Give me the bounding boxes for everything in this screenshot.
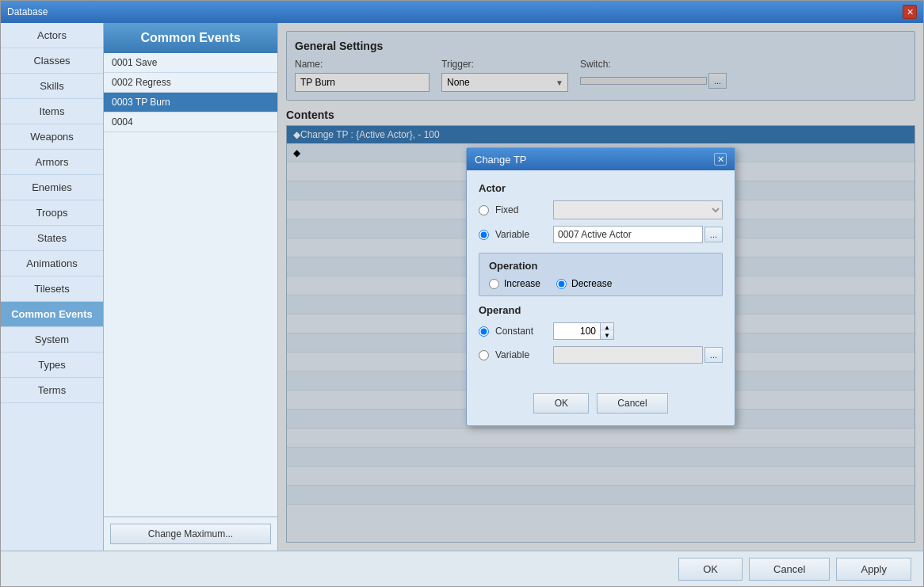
- sidebar-item-troops[interactable]: Troops: [1, 200, 103, 226]
- window-close-button[interactable]: ✕: [903, 5, 917, 19]
- list-item-0001[interactable]: 0001 Save: [104, 53, 277, 73]
- increase-radio[interactable]: [489, 279, 499, 289]
- increase-option: Increase: [489, 278, 540, 289]
- middle-panel: Common Events 0001 Save0002 Regress0003 …: [104, 23, 278, 551]
- sidebar-item-terms[interactable]: Terms: [1, 378, 103, 403]
- change-maximum-button[interactable]: Change Maximum...: [110, 524, 271, 544]
- sidebar-item-tilesets[interactable]: Tilesets: [1, 276, 103, 302]
- decrease-radio[interactable]: [556, 279, 567, 289]
- fixed-label: Fixed: [495, 204, 547, 215]
- modal-title-bar: Change TP ✕: [467, 148, 735, 170]
- sidebar-item-actors[interactable]: Actors: [1, 23, 103, 48]
- main-window: Database ✕ ActorsClassesSkillsItemsWeapo…: [0, 0, 924, 587]
- variable-op-label: Variable: [495, 349, 547, 360]
- constant-radio[interactable]: [479, 326, 489, 337]
- middle-list: 0001 Save0002 Regress0003 TP Burn0004: [104, 53, 277, 516]
- sidebar-item-states[interactable]: States: [1, 226, 103, 251]
- apply-button[interactable]: Apply: [836, 558, 911, 581]
- fixed-dropdown[interactable]: [553, 200, 723, 219]
- variable-op-field: ...: [553, 346, 723, 364]
- sidebar-item-classes[interactable]: Classes: [1, 48, 103, 74]
- increase-label: Increase: [504, 278, 540, 289]
- bottom-bar: OK Cancel Apply: [1, 551, 923, 586]
- fixed-radio[interactable]: [479, 205, 489, 215]
- window-title: Database: [7, 6, 48, 17]
- variable-radio[interactable]: [479, 230, 489, 240]
- title-bar: Database ✕: [1, 1, 923, 23]
- variable-op-ellipsis-button[interactable]: ...: [704, 347, 723, 363]
- operation-section-title: Operation: [489, 260, 712, 272]
- operand-section: Operand Constant ▲ ▼: [479, 304, 723, 364]
- modal-cancel-button[interactable]: Cancel: [597, 393, 667, 414]
- spinbox-up-arrow[interactable]: ▲: [601, 323, 613, 331]
- modal-footer: OK Cancel: [467, 385, 735, 425]
- variable-value: 0007 Active Actor: [553, 226, 703, 243]
- constant-spinbox: ▲ ▼: [553, 322, 614, 340]
- variable-field: 0007 Active Actor ...: [553, 226, 723, 243]
- operation-section: Operation Increase Decrease: [479, 253, 723, 296]
- modal-ok-button[interactable]: OK: [533, 393, 589, 414]
- sidebar-item-weapons[interactable]: Weapons: [1, 124, 103, 150]
- decrease-label: Decrease: [571, 278, 612, 289]
- decrease-option: Decrease: [556, 278, 612, 289]
- modal-overlay: Change TP ✕ Actor Fixed: [278, 23, 923, 551]
- sidebar-item-armors[interactable]: Armors: [1, 150, 103, 175]
- variable-radio-row: Variable 0007 Active Actor ...: [479, 226, 723, 243]
- variable-op-radio-row: Variable ...: [479, 346, 723, 364]
- modal-body: Actor Fixed Variable: [467, 170, 735, 385]
- variable-op-radio[interactable]: [479, 350, 489, 360]
- actor-section-title: Actor: [479, 182, 723, 194]
- cancel-button[interactable]: Cancel: [749, 558, 830, 581]
- variable-ellipsis-button[interactable]: ...: [704, 227, 723, 242]
- change-tp-modal: Change TP ✕ Actor Fixed: [466, 147, 735, 426]
- sidebar-item-types[interactable]: Types: [1, 353, 103, 378]
- sidebar-item-skills[interactable]: Skills: [1, 74, 103, 99]
- variable-op-value: [553, 346, 703, 364]
- constant-radio-row: Constant ▲ ▼: [479, 322, 723, 340]
- ok-button[interactable]: OK: [678, 558, 743, 581]
- operand-section-title: Operand: [479, 304, 723, 316]
- middle-header: Common Events: [104, 23, 277, 53]
- main-content: ActorsClassesSkillsItemsWeaponsArmorsEne…: [1, 23, 923, 551]
- sidebar-item-common-events[interactable]: Common Events: [1, 302, 103, 327]
- variable-label: Variable: [495, 229, 547, 240]
- list-item-0003[interactable]: 0003 TP Burn: [104, 93, 277, 112]
- sidebar-item-enemies[interactable]: Enemies: [1, 175, 103, 200]
- sidebar-item-items[interactable]: Items: [1, 99, 103, 124]
- sidebar-item-system[interactable]: System: [1, 327, 103, 353]
- list-item-0004[interactable]: 0004: [104, 112, 277, 132]
- actor-section: Actor Fixed Variable: [479, 182, 723, 243]
- middle-footer: Change Maximum...: [104, 516, 277, 551]
- spinbox-arrows: ▲ ▼: [601, 322, 614, 340]
- modal-title: Change TP: [475, 154, 527, 166]
- constant-label: Constant: [495, 326, 547, 337]
- right-panel: General Settings Name: Trigger: None Aut…: [278, 23, 923, 551]
- constant-value-input[interactable]: [553, 322, 601, 340]
- fixed-radio-row: Fixed: [479, 200, 723, 219]
- modal-close-button[interactable]: ✕: [714, 153, 727, 166]
- spinbox-down-arrow[interactable]: ▼: [601, 331, 613, 339]
- sidebar-item-animations[interactable]: Animations: [1, 251, 103, 276]
- list-item-0002[interactable]: 0002 Regress: [104, 73, 277, 93]
- sidebar: ActorsClassesSkillsItemsWeaponsArmorsEne…: [1, 23, 104, 551]
- operation-radios: Increase Decrease: [489, 278, 712, 289]
